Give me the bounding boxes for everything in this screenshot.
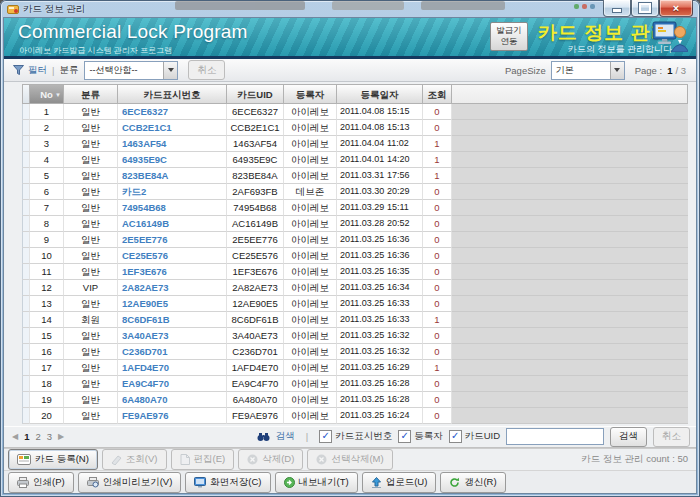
cell-reg_date: 2011.04.04 11:02 [337,136,423,152]
export-button[interactable]: 내보내기(T) [275,472,358,493]
cell-type: 일반 [64,136,118,152]
cell-card_no[interactable]: EA9C4F70 [118,376,227,392]
search-button[interactable]: 검색 [610,427,647,447]
cell-card_no[interactable]: 74954B68 [118,200,227,216]
column-header-reg_date[interactable]: 등록일자 [337,84,423,104]
row-indicator [22,200,30,216]
table-row[interactable]: 2일반CCB2E1C1CCB2E1C1아이레보2011.04.08 15:130 [22,120,688,136]
table-row[interactable]: 12VIP2A82AE732A82AE73아이레보2011.03.25 16:3… [22,280,688,296]
table-row[interactable]: 14회원8C6DF61B8C6DF61B아이레보2011.03.25 16:33… [22,312,688,328]
table-row[interactable]: 8일반AC16149BAC16149B아이레보2011.03.28 20:520 [22,216,688,232]
issuer-link-line2: 연동 [491,36,527,47]
button-label: 선택삭제(M) [331,453,383,466]
cell-type: 일반 [64,392,118,408]
cell-card_no[interactable]: 8C6DF61B [118,312,227,328]
refresh-button[interactable]: 갱신(R) [440,472,505,493]
cell-card_no[interactable]: 1EF3E676 [118,264,227,280]
table-row[interactable]: 17일반1AFD4E701AFD4E70아이레보2011.03.25 16:29… [22,360,688,376]
table-row[interactable]: 20일반FE9AE976FE9AE976아이레보2011.03.25 16:24… [22,408,688,424]
table-row[interactable]: 11일반1EF3E6761EF3E676아이레보2011.03.25 16:35… [22,264,688,280]
table-row[interactable]: 16일반C236D701C236D701아이레보2011.03.25 16:32… [22,344,688,360]
column-header-views[interactable]: 조회 [423,84,452,104]
view-button[interactable]: 조회(V) [102,449,167,470]
print-preview-button[interactable]: 인쇄미리보기(V) [78,472,182,493]
close-button[interactable]: × [659,0,693,17]
cell-card_no[interactable]: 64935E9C [118,152,227,168]
cell-no: 3 [30,136,64,152]
search-input[interactable] [506,428,604,445]
cell-card_no[interactable]: 카드2 [118,184,227,200]
filter-cancel-button[interactable]: 취소 [188,60,225,80]
table-row[interactable]: 19일반6A480A706A480A70아이레보2011.03.25 16:28… [22,392,688,408]
cell-card_no[interactable]: FE9AE976 [118,408,227,424]
cell-reg_date: 2011.03.25 16:34 [337,280,423,296]
page-size-area: PageSize 기본 Page : 1 / 3 [505,61,686,80]
delete-button[interactable]: 삭제(D) [238,449,303,470]
cell-card_no[interactable]: 1463AF54 [118,136,227,152]
refresh-icon [449,477,460,488]
screen-save-button[interactable]: 화면저장(C) [185,472,270,493]
checkbox-card-number[interactable]: ✓ 카드표시번호 [319,430,392,443]
issuer-link-button[interactable]: 발급기 연동 [490,22,528,51]
print-button[interactable]: 인쇄(P) [8,472,74,493]
table-row[interactable]: 5일반823BE84A823BE84A아이레보2011.03.31 17:561 [22,168,688,184]
cell-reg_date: 2011.03.28 20:52 [337,216,423,232]
cell-type: 일반 [64,344,118,360]
table-row[interactable]: 15일반3A40AE733A40AE73아이레보2011.03.25 16:32… [22,328,688,344]
column-header-no[interactable]: No▼ [30,84,64,104]
cell-card_no[interactable]: 823BE84A [118,168,227,184]
page-number-3[interactable]: 3 [47,431,52,442]
table-row[interactable]: 3일반1463AF541463AF54아이레보2011.04.04 11:021 [22,136,688,152]
cell-no: 4 [30,152,64,168]
page-number-2[interactable]: 2 [35,431,40,442]
table-row[interactable]: 7일반74954B6874954B68아이레보2011.03.29 15:110 [22,200,688,216]
page-current: 1 [667,65,672,76]
cell-card_no[interactable]: 3A40AE73 [118,328,227,344]
page-number-1[interactable]: 1 [24,431,29,442]
cell-filler [452,392,688,408]
filter-sort-icon[interactable]: ▼ [55,86,61,104]
category-dropdown[interactable]: --선택안함-- [84,61,178,80]
maximize-button[interactable] [631,0,659,17]
cell-type: 일반 [64,232,118,248]
cell-card_no[interactable]: AC16149B [118,216,227,232]
cell-card_no[interactable]: 6ECE6327 [118,104,227,120]
cell-card_no[interactable]: CCB2E1C1 [118,120,227,136]
cell-views: 0 [423,296,452,312]
column-header-card_no[interactable]: 카드표시번호 [118,84,227,104]
cell-registrant: 아이레보 [284,392,337,408]
checkbox-card-uid[interactable]: ✓ 카드UID [449,430,500,443]
table-row[interactable]: 18일반EA9C4F70EA9C4F70아이레보2011.03.25 16:28… [22,376,688,392]
cell-card_no[interactable]: CE25E576 [118,248,227,264]
cell-card_no[interactable]: C236D701 [118,344,227,360]
cell-views: 0 [423,216,452,232]
cell-card_no[interactable]: 2A82AE73 [118,280,227,296]
column-header-registrant[interactable]: 등록자 [284,84,337,104]
cell-card_no[interactable]: 12AE90E5 [118,296,227,312]
card-register-button[interactable]: 카드 등록(N) [8,449,98,470]
category-label: 분류 [59,64,78,77]
checkbox-registrant[interactable]: ✓ 등록자 [398,430,443,443]
search-cancel-button[interactable]: 취소 [653,427,690,447]
pagesize-dropdown[interactable]: 기본 [551,61,625,80]
next-page-icon[interactable]: ▶ [58,432,64,441]
cell-card_no[interactable]: 6A480A70 [118,392,227,408]
cell-card_no[interactable]: 1AFD4E70 [118,360,227,376]
window-titlebar[interactable]: 카드 정보 관리 × [0,0,700,18]
column-header-type[interactable]: 분류 [64,84,118,104]
delete-selected-button[interactable]: 선택삭제(M) [307,449,392,470]
column-header-uid[interactable]: 카드UID [227,84,284,104]
cell-card_no[interactable]: 2E5EE776 [118,232,227,248]
upload-button[interactable]: 업로드(U) [362,472,437,493]
page-total: / 3 [675,65,686,76]
table-row[interactable]: 10일반CE25E576CE25E576아이레보2011.03.25 16:36… [22,248,688,264]
edit-button[interactable]: 편집(E) [171,449,235,470]
minimize-button[interactable] [603,0,631,17]
table-row[interactable]: 6일반카드22AF693FB데브존2011.03.30 20:290 [22,184,688,200]
table-row[interactable]: 13일반12AE90E512AE90E5아이레보2011.03.25 16:33… [22,296,688,312]
table-row[interactable]: 9일반2E5EE7762E5EE776아이레보2011.03.25 16:360 [22,232,688,248]
cell-uid: 2A82AE73 [227,280,284,296]
table-row[interactable]: 4일반64935E9C64935E9C아이레보2011.04.01 14:201 [22,152,688,168]
table-row[interactable]: 1일반6ECE63276ECE6327아이레보2011.04.08 15:150 [22,104,688,120]
prev-page-icon[interactable]: ◀ [12,432,18,441]
